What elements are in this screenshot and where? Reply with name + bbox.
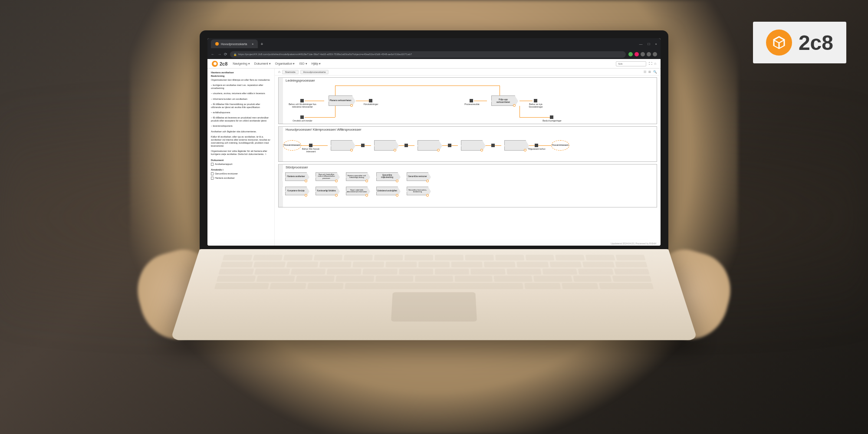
drill-down-icon[interactable] [335,180,338,182]
sidebar-bullet: – få tillåtelse från framställning av pr… [211,103,271,109]
process-chevron[interactable]: Följa upp verksamheten [491,95,515,106]
breadcrumb-item[interactable]: Startsida [282,70,299,74]
node-label: Omvärld och trender [289,120,316,122]
diagram-canvas[interactable]: Ledningsprocesser [275,76,661,246]
process-chevron[interactable]: Genomföra miljöutredning [376,172,398,181]
new-tab-button[interactable]: + [260,42,263,46]
browser-tab[interactable]: Huvudprocesskarta × [211,39,258,48]
drill-down-icon[interactable] [365,180,368,182]
process-chevron[interactable]: Genomföra leverantörs-bedömning [407,187,428,195]
app-nav: Navigering▾ Dokument▾ Organisation▾ ISO▾… [233,62,321,66]
nav-organisation[interactable]: Organisation▾ [275,62,295,66]
section-stodprocesser[interactable]: Stödprocesser Hantera avvikelser Styra o… [278,164,657,207]
search-icon[interactable]: 🔍 [653,70,657,74]
process-chevron[interactable] [331,140,352,151]
ext-icon[interactable] [641,52,645,56]
home-icon[interactable]: ⌂ [654,62,656,66]
process-chevron[interactable]: Kompetens-försörja [285,187,307,195]
sidebar-text: Organisationen kan tillämpa en eller fle… [211,79,271,82]
browser-menu-icon[interactable] [653,52,657,56]
app-header: 2c8 Navigering▾ Dokument▾ Organisation▾ … [207,59,661,69]
connector-node[interactable] [491,144,495,147]
nav-dokument[interactable]: Dokument▾ [254,62,271,66]
sidebar-text: Källor till avvikelser, eller typ av avv… [211,135,271,148]
connector-node[interactable] [404,144,408,147]
process-chevron[interactable]: Styra/ underhålla dokumenterad informati… [346,187,368,195]
process-chevron[interactable] [461,140,483,151]
stakeholder-oval[interactable]: Huvud-intressent [283,140,301,151]
download-icon[interactable] [647,52,651,56]
process-chevron[interactable]: Hantera synpunkter och förbättrings-förs… [346,172,368,181]
app-logo-icon [212,61,218,67]
drill-down-icon[interactable] [305,194,307,197]
drill-down-icon[interactable] [394,149,396,151]
process-chevron[interactable] [374,140,396,151]
drill-down-icon[interactable] [350,149,353,151]
app-logo[interactable]: 2c8 [212,61,227,67]
search-input[interactable] [616,61,646,66]
drill-down-icon[interactable] [396,180,398,182]
ext-icon[interactable] [628,52,633,56]
sidebar-doc-item[interactable]: Avvikelserapport [211,163,271,166]
ext-icon[interactable] [635,52,639,56]
drill-down-icon[interactable] [350,104,353,107]
nav-reload-icon[interactable]: ⟳ [224,52,227,56]
process-chevron[interactable] [418,140,439,151]
input-node[interactable] [309,144,312,147]
sidebar-used-item[interactable]: Hantera avvikelser [211,177,271,180]
section-ledningsprocesser[interactable]: Ledningsprocesser [278,77,657,124]
expand-icon[interactable]: ⛶ [649,62,652,66]
drill-down-icon[interactable] [365,194,368,197]
section-title: Ledningsprocesser [279,78,657,83]
section-huvudprocesser[interactable]: Huvudprocesser/ Kärnprocesser/ Affärspro… [278,126,657,162]
output-node[interactable] [535,144,538,147]
address-bar[interactable]: 🔒 https://projectXX.2c8.com/published/mo… [230,51,626,58]
node-label: Behov från huvud-intressent [301,148,321,153]
window-maximize-icon[interactable]: □ [648,42,650,46]
section-handle-icon[interactable] [279,127,283,161]
drill-down-icon[interactable] [480,149,483,151]
nav-navigering[interactable]: Navigering▾ [233,62,250,66]
breadcrumb-item[interactable]: Huvudprocesskarta [300,70,329,74]
output-node[interactable] [369,99,372,102]
connector-node[interactable] [448,144,451,147]
tool-icon[interactable]: ⊞ [648,70,651,74]
drill-down-icon[interactable] [524,149,526,151]
process-chevron[interactable]: Utvärdera kundnöjdhet [376,187,398,195]
window-minimize-icon[interactable]: — [639,42,642,46]
process-chevron[interactable]: Hantera avvikelser [285,172,307,181]
drill-down-icon[interactable] [513,104,516,107]
process-chevron[interactable] [504,140,526,151]
stakeholder-oval[interactable]: Huvud-intressent [551,140,569,151]
sidebar-doc-header: Dokument [211,159,271,161]
drill-down-icon[interactable] [426,194,429,197]
output-node[interactable] [534,99,537,102]
window-close-icon[interactable]: × [655,42,657,46]
input-node[interactable] [300,99,304,102]
nav-iso[interactable]: ISO▾ [299,62,307,66]
output-node[interactable] [550,115,553,119]
drill-down-icon[interactable] [335,194,338,197]
chevron-down-icon: ▾ [306,62,307,66]
connector-node[interactable] [361,144,365,147]
drill-down-icon[interactable] [396,194,398,197]
nav-forward-icon[interactable]: → [217,52,221,56]
tab-close-icon[interactable]: × [252,43,253,46]
input-node[interactable] [470,99,473,102]
nav-hjalp[interactable]: Hjälp▾ [312,62,321,66]
breadcrumb-home-icon[interactable]: ⌂ [278,70,280,74]
drill-down-icon[interactable] [426,180,429,182]
footer-text: Uppdaterad 2024-04-23 | Processed by B.E… [611,242,656,245]
process-chevron[interactable]: Genomföra revisioner [407,172,428,181]
nav-back-icon[interactable]: ← [211,52,215,56]
sidebar-used-item[interactable]: Genomföra revisioner [211,172,271,175]
input-node[interactable] [300,115,304,119]
brand-badge: 2c8 [753,22,846,63]
process-chevron[interactable]: Planera verksamheten [329,95,352,106]
tool-icon[interactable]: ☷ [644,70,646,74]
process-chevron[interactable]: Styra och kontrollera externt tillhandah… [316,172,337,181]
drill-down-icon[interactable] [437,149,440,151]
drill-down-icon[interactable] [305,180,307,182]
sidebar-text: Avvikelser och åtgärder ska dokumenteras… [211,130,271,133]
process-chevron[interactable]: Kontinuerligt förbättra [316,187,337,195]
